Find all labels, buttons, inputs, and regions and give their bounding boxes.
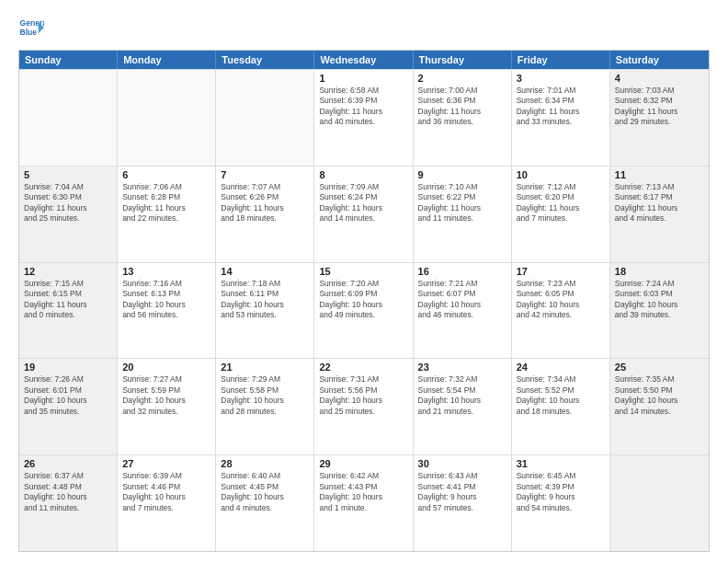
calendar-body: 1Sunrise: 6:58 AM Sunset: 6:39 PM Daylig… [19, 69, 709, 551]
calendar-cell: 31Sunrise: 6:45 AM Sunset: 4:39 PM Dayli… [512, 455, 610, 551]
day-number: 6 [122, 169, 210, 180]
day-number: 5 [24, 169, 112, 180]
weekday-header: Saturday [610, 51, 709, 69]
day-number: 18 [615, 266, 704, 277]
page: General Blue SundayMondayTuesdayWednesda… [0, 0, 728, 563]
calendar-cell [118, 70, 216, 166]
day-number: 12 [24, 266, 112, 277]
calendar-cell [610, 455, 709, 551]
cell-info: Sunrise: 7:07 AM Sunset: 6:26 PM Dayligh… [221, 182, 309, 224]
day-number: 7 [221, 169, 309, 180]
cell-info: Sunrise: 7:18 AM Sunset: 6:11 PM Dayligh… [221, 279, 309, 321]
calendar-cell: 3Sunrise: 7:01 AM Sunset: 6:34 PM Daylig… [512, 70, 610, 166]
cell-info: Sunrise: 7:01 AM Sunset: 6:34 PM Dayligh… [517, 86, 605, 128]
cell-info: Sunrise: 7:16 AM Sunset: 6:13 PM Dayligh… [122, 279, 210, 321]
day-number: 21 [221, 362, 309, 373]
calendar-cell: 19Sunrise: 7:26 AM Sunset: 6:01 PM Dayli… [19, 359, 118, 454]
cell-info: Sunrise: 7:29 AM Sunset: 5:58 PM Dayligh… [221, 374, 309, 417]
calendar-cell: 11Sunrise: 7:13 AM Sunset: 6:17 PM Dayli… [610, 167, 709, 262]
day-number: 2 [418, 73, 506, 84]
weekday-header: Tuesday [216, 51, 314, 69]
calendar-cell: 12Sunrise: 7:15 AM Sunset: 6:15 PM Dayli… [19, 263, 118, 359]
calendar-cell: 21Sunrise: 7:29 AM Sunset: 5:58 PM Dayli… [216, 359, 314, 454]
calendar-cell: 2Sunrise: 7:00 AM Sunset: 6:36 PM Daylig… [414, 70, 512, 166]
cell-info: Sunrise: 7:13 AM Sunset: 6:17 PM Dayligh… [615, 182, 704, 224]
calendar-cell: 22Sunrise: 7:31 AM Sunset: 5:56 PM Dayli… [314, 359, 413, 454]
header: General Blue [18, 15, 710, 40]
day-number: 17 [517, 266, 605, 277]
cell-info: Sunrise: 7:31 AM Sunset: 5:56 PM Dayligh… [319, 374, 407, 417]
calendar-cell: 17Sunrise: 7:23 AM Sunset: 6:05 PM Dayli… [512, 263, 610, 359]
day-number: 19 [24, 362, 112, 373]
cell-info: Sunrise: 6:42 AM Sunset: 4:43 PM Dayligh… [319, 471, 407, 513]
weekday-header: Wednesday [314, 51, 413, 69]
cell-info: Sunrise: 6:37 AM Sunset: 4:48 PM Dayligh… [24, 471, 112, 513]
cell-info: Sunrise: 7:00 AM Sunset: 6:36 PM Dayligh… [418, 86, 506, 128]
day-number: 15 [319, 266, 407, 277]
calendar-cell: 8Sunrise: 7:09 AM Sunset: 6:24 PM Daylig… [314, 167, 413, 262]
calendar-row: 12Sunrise: 7:15 AM Sunset: 6:15 PM Dayli… [19, 262, 709, 359]
cell-info: Sunrise: 7:12 AM Sunset: 6:20 PM Dayligh… [517, 182, 605, 224]
day-number: 28 [221, 458, 309, 469]
calendar-cell: 4Sunrise: 7:03 AM Sunset: 6:32 PM Daylig… [610, 70, 709, 166]
calendar-cell: 28Sunrise: 6:40 AM Sunset: 4:45 PM Dayli… [216, 455, 314, 551]
day-number: 22 [319, 362, 407, 373]
day-number: 8 [319, 169, 407, 180]
calendar-cell: 20Sunrise: 7:27 AM Sunset: 5:59 PM Dayli… [118, 359, 216, 454]
cell-info: Sunrise: 7:34 AM Sunset: 5:52 PM Dayligh… [517, 374, 605, 417]
cell-info: Sunrise: 7:20 AM Sunset: 6:09 PM Dayligh… [319, 279, 407, 321]
day-number: 26 [24, 458, 112, 469]
cell-info: Sunrise: 6:45 AM Sunset: 4:39 PM Dayligh… [517, 471, 605, 513]
day-number: 3 [517, 73, 605, 84]
cell-info: Sunrise: 7:23 AM Sunset: 6:05 PM Dayligh… [517, 279, 605, 321]
calendar: SundayMondayTuesdayWednesdayThursdayFrid… [18, 50, 710, 552]
calendar-cell: 7Sunrise: 7:07 AM Sunset: 6:26 PM Daylig… [216, 167, 314, 262]
cell-info: Sunrise: 7:21 AM Sunset: 6:07 PM Dayligh… [418, 279, 506, 321]
calendar-cell [216, 70, 314, 166]
weekday-header: Monday [118, 51, 216, 69]
calendar-cell: 25Sunrise: 7:35 AM Sunset: 5:50 PM Dayli… [610, 359, 709, 454]
cell-info: Sunrise: 7:03 AM Sunset: 6:32 PM Dayligh… [615, 86, 704, 128]
day-number: 16 [418, 266, 506, 277]
calendar-header: SundayMondayTuesdayWednesdayThursdayFrid… [19, 51, 709, 69]
calendar-cell: 6Sunrise: 7:06 AM Sunset: 6:28 PM Daylig… [118, 167, 216, 262]
calendar-row: 26Sunrise: 6:37 AM Sunset: 4:48 PM Dayli… [19, 454, 709, 551]
logo: General Blue [18, 15, 48, 40]
day-number: 10 [517, 169, 605, 180]
cell-info: Sunrise: 7:26 AM Sunset: 6:01 PM Dayligh… [24, 374, 112, 417]
calendar-cell: 24Sunrise: 7:34 AM Sunset: 5:52 PM Dayli… [512, 359, 610, 454]
cell-info: Sunrise: 6:58 AM Sunset: 6:39 PM Dayligh… [319, 86, 407, 128]
day-number: 30 [418, 458, 506, 469]
calendar-cell: 13Sunrise: 7:16 AM Sunset: 6:13 PM Dayli… [118, 263, 216, 359]
weekday-header: Thursday [414, 51, 512, 69]
cell-info: Sunrise: 7:04 AM Sunset: 6:30 PM Dayligh… [24, 182, 112, 224]
day-number: 25 [615, 362, 704, 373]
calendar-row: 5Sunrise: 7:04 AM Sunset: 6:30 PM Daylig… [19, 166, 709, 262]
cell-info: Sunrise: 7:15 AM Sunset: 6:15 PM Dayligh… [24, 279, 112, 321]
calendar-cell: 26Sunrise: 6:37 AM Sunset: 4:48 PM Dayli… [19, 455, 118, 551]
calendar-cell: 9Sunrise: 7:10 AM Sunset: 6:22 PM Daylig… [414, 167, 512, 262]
day-number: 14 [221, 266, 309, 277]
cell-info: Sunrise: 7:32 AM Sunset: 5:54 PM Dayligh… [418, 374, 506, 417]
day-number: 29 [319, 458, 407, 469]
cell-info: Sunrise: 7:24 AM Sunset: 6:03 PM Dayligh… [615, 279, 704, 321]
day-number: 20 [122, 362, 210, 373]
calendar-cell: 15Sunrise: 7:20 AM Sunset: 6:09 PM Dayli… [314, 263, 413, 359]
calendar-cell [19, 70, 118, 166]
calendar-row: 19Sunrise: 7:26 AM Sunset: 6:01 PM Dayli… [19, 358, 709, 454]
calendar-cell: 16Sunrise: 7:21 AM Sunset: 6:07 PM Dayli… [414, 263, 512, 359]
day-number: 27 [122, 458, 210, 469]
cell-info: Sunrise: 7:35 AM Sunset: 5:50 PM Dayligh… [615, 374, 704, 417]
day-number: 1 [319, 73, 407, 84]
day-number: 23 [418, 362, 506, 373]
calendar-cell: 27Sunrise: 6:39 AM Sunset: 4:46 PM Dayli… [118, 455, 216, 551]
weekday-header: Friday [512, 51, 610, 69]
calendar-cell: 18Sunrise: 7:24 AM Sunset: 6:03 PM Dayli… [610, 263, 709, 359]
day-number: 31 [517, 458, 605, 469]
cell-info: Sunrise: 7:09 AM Sunset: 6:24 PM Dayligh… [319, 182, 407, 224]
calendar-cell: 29Sunrise: 6:42 AM Sunset: 4:43 PM Dayli… [314, 455, 413, 551]
calendar-cell: 10Sunrise: 7:12 AM Sunset: 6:20 PM Dayli… [512, 167, 610, 262]
day-number: 9 [418, 169, 506, 180]
day-number: 24 [517, 362, 605, 373]
day-number: 11 [615, 169, 704, 180]
